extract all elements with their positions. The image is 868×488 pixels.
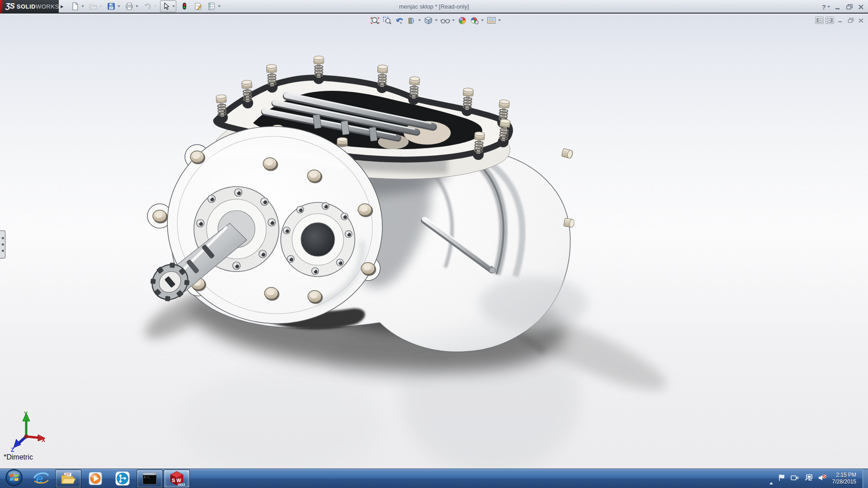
doc-minimize-icon — [838, 18, 843, 23]
options-button[interactable] — [206, 0, 222, 12]
view-orientation-label: *Dimetric — [4, 453, 33, 461]
collapsed-panel-tab[interactable] — [0, 230, 5, 258]
print-button[interactable] — [124, 0, 139, 12]
internet-explorer-icon: e — [33, 470, 49, 487]
undo-button[interactable] — [142, 0, 157, 12]
hide-show-items-icon — [458, 16, 467, 25]
file-properties-button[interactable] — [193, 0, 203, 12]
edit-appearance-icon — [470, 16, 479, 25]
taskbar-solidworks[interactable]: SW 2015 — [164, 469, 190, 488]
view-orientation-cube-icon — [424, 16, 433, 25]
y-axis-label: Y — [24, 411, 28, 417]
media-player-icon — [87, 470, 104, 487]
undo-icon — [143, 2, 152, 11]
graphics-viewport[interactable]: Y X Z *Dimetric — [0, 14, 868, 469]
save-button[interactable] — [106, 0, 121, 12]
x-axis-label: X — [42, 437, 45, 443]
taskbar-media-player[interactable] — [82, 469, 108, 488]
titlebar: ƷS SOLID WORKS ▶ — [0, 0, 868, 14]
network-icon — [804, 474, 813, 481]
window-controls: ? — [822, 0, 864, 14]
rebuild-traffic-light-icon — [180, 2, 189, 11]
restore-icon — [846, 4, 853, 10]
housing-bolt[interactable] — [561, 148, 574, 159]
doc-close-button[interactable] — [857, 17, 865, 24]
branch-app-icon — [114, 470, 131, 487]
folder-icon — [60, 471, 76, 486]
restore-button[interactable] — [846, 4, 853, 10]
windows-start-orb-icon — [5, 469, 23, 487]
toggle-right-pane-button[interactable] — [826, 17, 834, 24]
cmd-prompt-text: C:\_ — [144, 476, 151, 479]
axis-triad: Y X Z — [7, 410, 49, 452]
apply-scene-icon — [486, 16, 496, 25]
clock-date: 7/28/2015 — [832, 479, 856, 485]
open-button[interactable] — [88, 0, 103, 12]
volume-muted-icon — [818, 474, 827, 482]
zoom-to-area-button[interactable] — [382, 15, 392, 26]
rebuild-button[interactable] — [179, 0, 190, 12]
start-button[interactable] — [5, 469, 23, 488]
taskbar-internet-explorer[interactable]: e — [28, 469, 54, 488]
help-caret-icon — [827, 6, 830, 8]
section-view-icon — [407, 16, 416, 25]
zoom-to-fit-icon — [370, 16, 380, 25]
solidworks-logo[interactable]: ƷS SOLID WORKS — [0, 0, 59, 13]
flag-icon — [778, 474, 786, 482]
close-icon — [858, 4, 864, 10]
headsup-view-toolbar — [370, 15, 501, 26]
show-desktop-button[interactable] — [863, 469, 868, 488]
right-bearing-boss[interactable] — [281, 202, 355, 277]
show-hidden-icons-button[interactable] — [769, 474, 773, 483]
gearbox-3d-model[interactable] — [0, 14, 868, 469]
menu-expand-arrow[interactable]: ▶ — [59, 0, 65, 13]
save-floppy-icon — [107, 2, 116, 11]
taskbar: e — [0, 469, 868, 488]
select-tool-button[interactable] — [160, 0, 176, 12]
action-center-button[interactable] — [778, 474, 786, 483]
doc-minimize-button[interactable] — [836, 17, 844, 24]
help-icon: ? — [822, 3, 826, 11]
taskbar-command-prompt[interactable]: C:\_ — [137, 469, 163, 488]
previous-view-button[interactable] — [394, 15, 405, 26]
new-document-button[interactable] — [70, 0, 85, 12]
file-properties-icon — [193, 2, 203, 11]
display-style-button[interactable] — [440, 15, 455, 26]
taskbar-windows-explorer[interactable] — [55, 469, 81, 488]
minimize-button[interactable] — [835, 4, 841, 10]
power-button[interactable] — [791, 474, 799, 483]
minimize-icon — [835, 4, 841, 10]
view-orientation-button[interactable] — [423, 15, 438, 26]
collapse-arrow-icon — [1, 249, 4, 252]
doc-close-icon — [858, 18, 864, 23]
help-button[interactable]: ? — [822, 3, 830, 11]
doc-restore-icon — [848, 18, 854, 23]
network-button[interactable] — [804, 474, 813, 483]
apply-scene-button[interactable] — [486, 15, 501, 26]
new-document-icon — [71, 2, 80, 11]
taskbar-branch-app[interactable] — [109, 469, 136, 488]
power-plug-icon — [791, 474, 799, 481]
collapse-arrow-icon — [1, 243, 4, 246]
document-window-controls — [815, 17, 865, 24]
open-folder-icon — [89, 2, 98, 11]
edit-appearance-button[interactable] — [469, 15, 484, 26]
hide-show-items-button[interactable] — [457, 15, 467, 26]
housing-bolt[interactable] — [563, 218, 575, 228]
clock-time: 2:15 PM — [832, 472, 856, 479]
zoom-to-area-icon — [382, 16, 392, 25]
zoom-to-fit-button[interactable] — [370, 15, 380, 26]
taskbar-clock[interactable]: 2:15 PM 7/28/2015 — [832, 472, 856, 485]
options-checklist-icon — [207, 2, 216, 11]
standard-toolbar — [70, 0, 222, 13]
close-button[interactable] — [858, 4, 864, 10]
command-prompt-icon: C:\_ — [142, 472, 157, 485]
logo-text-works: WORKS — [36, 3, 59, 10]
toggle-left-pane-button[interactable] — [815, 17, 824, 24]
volume-button[interactable] — [818, 474, 827, 483]
section-view-button[interactable] — [406, 15, 421, 26]
display-style-glasses-icon — [440, 16, 450, 25]
print-icon — [125, 2, 134, 11]
doc-restore-button[interactable] — [846, 17, 855, 24]
previous-view-icon — [395, 16, 404, 25]
